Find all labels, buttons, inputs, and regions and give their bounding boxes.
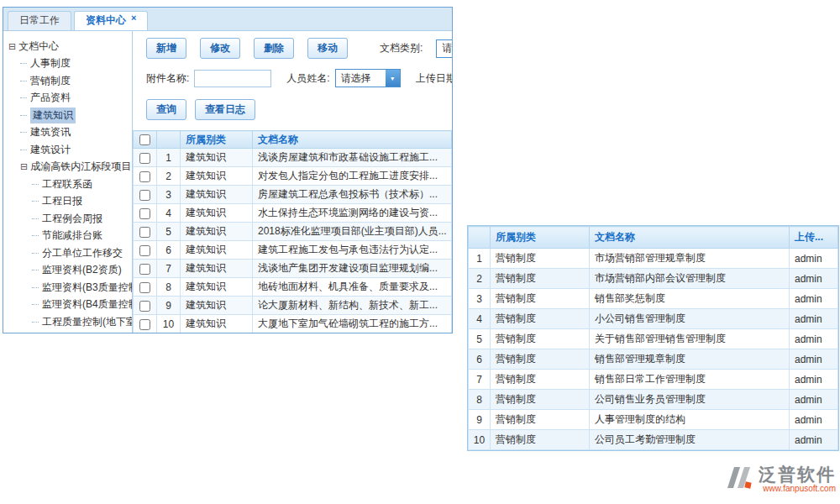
tree-item[interactable]: 产品资料 xyxy=(3,90,132,108)
tree-item[interactable]: 工程日报 xyxy=(3,193,132,211)
row-checkbox[interactable] xyxy=(139,190,150,201)
row-category: 建筑知识 xyxy=(181,278,253,297)
table-row[interactable]: 5 建筑知识 2018标准化监理项目部(业主项目部)人员... xyxy=(134,223,452,241)
row-doc-name: 销售部管理规章制度 xyxy=(590,349,790,370)
tree-item[interactable]: 监理资料(B3质量控制) xyxy=(3,279,132,297)
table-row[interactable]: 3 营销制度 销售部奖惩制度 admin xyxy=(469,289,838,309)
row-category: 建筑知识 xyxy=(181,149,253,167)
row-checkbox[interactable] xyxy=(139,227,150,238)
row-checkbox[interactable] xyxy=(139,282,150,293)
view-log-button[interactable]: 查看日志 xyxy=(195,99,255,120)
table-row[interactable]: 9 建筑知识 论大厦新材料、新结构、新技术、新工... xyxy=(134,297,452,315)
row-category: 营销制度 xyxy=(491,249,590,269)
row-checkbox-cell xyxy=(134,167,157,186)
tree-item[interactable]: 营销制度 xyxy=(3,72,132,90)
row-uploader: admin xyxy=(790,289,838,309)
table-row[interactable]: 4 营销制度 小公司销售管理制度 admin xyxy=(469,309,838,329)
person-name-select[interactable]: 请选择 ▼ xyxy=(335,69,401,87)
row-checkbox[interactable] xyxy=(139,319,150,330)
row-number: 9 xyxy=(157,297,181,315)
tree-item-label: 监理资料(B3质量控制) xyxy=(42,281,133,295)
table-row[interactable]: 6 营销制度 销售部管理规章制度 admin xyxy=(469,349,838,370)
tab-close-icon[interactable]: × xyxy=(131,13,136,23)
table-row[interactable]: 10 营销制度 公司员工考勤管理制度 admin xyxy=(469,430,838,450)
tree-item[interactable]: 分工单位工作移交 xyxy=(3,244,132,262)
table-row[interactable]: 8 建筑知识 地砖地面材料、机具准备、质量要求及... xyxy=(134,278,452,297)
row-doc-name: 销售部奖惩制度 xyxy=(590,289,790,309)
row-checkbox[interactable] xyxy=(139,171,150,182)
table-row[interactable]: 10 建筑知识 大厦地下室加气砼墙砌筑工程的施工方... xyxy=(134,315,452,333)
brand-url: www.fanpusoft.com xyxy=(759,484,836,494)
row-number: 4 xyxy=(157,204,181,223)
attachment-name-input[interactable] xyxy=(194,70,271,87)
table-row[interactable]: 1 建筑知识 浅谈房屋建筑和市政基础设施工程施工... xyxy=(134,149,452,167)
row-category: 建筑知识 xyxy=(181,297,253,315)
row-checkbox[interactable] xyxy=(139,208,150,219)
table-row[interactable]: 1 营销制度 市场营销部管理规章制度 admin xyxy=(469,249,838,269)
row-uploader: admin xyxy=(790,370,838,390)
table-row[interactable]: 4 建筑知识 水土保持生态环境监测网络的建设与资... xyxy=(134,204,452,223)
tree-expand-icon[interactable]: ⊟ xyxy=(8,41,16,52)
row-number: 2 xyxy=(469,269,491,289)
chevron-down-icon[interactable]: ▼ xyxy=(386,70,400,87)
doc-type-select[interactable]: 请选择 ▼ xyxy=(436,39,452,58)
row-number: 6 xyxy=(157,241,181,260)
table-row[interactable]: 8 营销制度 公司销售业务员管理制度 admin xyxy=(469,390,838,410)
table-row[interactable]: 2 建筑知识 对发包人指定分包的工程施工进度安排... xyxy=(134,167,452,186)
row-doc-name: 浅谈地产集团开发建设项目监理规划编... xyxy=(253,260,452,278)
tree-item-label: 节能减排台账 xyxy=(42,228,102,243)
row-checkbox[interactable] xyxy=(139,301,150,312)
row-category: 营销制度 xyxy=(491,370,590,390)
row-checkbox-cell xyxy=(134,149,157,167)
tree-item[interactable]: 建筑知识 xyxy=(3,107,132,124)
tree-item[interactable]: 工程联系函 xyxy=(3,176,132,193)
row-number: 1 xyxy=(469,249,491,269)
delete-button[interactable]: 删除 xyxy=(254,38,294,59)
brand-name: 泛普软件 xyxy=(759,465,836,484)
tree-item[interactable]: 监理资料(B2资质) xyxy=(3,262,132,280)
tree-expand-icon[interactable]: ⊟ xyxy=(20,161,28,172)
row-checkbox-cell xyxy=(134,241,157,260)
row-checkbox[interactable] xyxy=(139,153,150,164)
row-checkbox[interactable] xyxy=(139,245,150,256)
move-button[interactable]: 移动 xyxy=(307,38,348,59)
row-doc-name: 人事管理制度的结构 xyxy=(590,410,790,430)
tree-item[interactable]: 工程质量控制(地下室) xyxy=(3,313,132,331)
tree-item[interactable]: 建筑设计 xyxy=(3,141,132,159)
table-row[interactable]: 5 营销制度 关于销售部管理销售管理制度 admin xyxy=(469,329,838,349)
row-category: 建筑知识 xyxy=(181,223,253,241)
tree-item-label: 人事制度 xyxy=(30,56,71,71)
row-number-header xyxy=(469,227,491,249)
row-category: 建筑知识 xyxy=(181,167,253,186)
table-row[interactable]: 7 建筑知识 浅谈地产集团开发建设项目监理规划编... xyxy=(134,260,452,278)
tree-item-label: 营销制度 xyxy=(30,74,71,88)
table-row[interactable]: 7 营销制度 销售部日常工作管理制度 admin xyxy=(469,370,838,390)
tree-item[interactable]: 建筑资讯 xyxy=(3,124,132,142)
row-checkbox[interactable] xyxy=(139,264,150,275)
add-button[interactable]: 新增 xyxy=(146,38,186,59)
tree-item-label: 成渝高铁内江标段项目 xyxy=(30,160,131,174)
category-column-header: 所属别类 xyxy=(491,227,590,249)
modify-button[interactable]: 修改 xyxy=(200,38,240,59)
marketing-documents-panel: 所属别类 文档名称 上传... 1 营销制度 市场营销部管理规章制度 admin… xyxy=(467,225,839,451)
tree-item-label: 建筑资讯 xyxy=(30,125,71,139)
tree-item-label: 工程质量控制(地下室) xyxy=(42,315,133,329)
tree-item-label: 分工单位工作移交 xyxy=(42,246,123,260)
tree-item[interactable]: ⊟ 成渝高铁内江标段项目 xyxy=(3,159,132,176)
table-row[interactable]: 2 营销制度 市场营销部内部会议管理制度 admin xyxy=(469,269,838,289)
tree-item[interactable]: 工程例会周报 xyxy=(3,210,132,228)
tab-daily-work[interactable]: 日常工作 xyxy=(8,11,71,30)
tree-item[interactable]: 节能减排台账 xyxy=(3,228,132,245)
row-number: 10 xyxy=(157,315,181,333)
select-all-checkbox[interactable] xyxy=(139,134,150,145)
tab-data-center[interactable]: 资料中心 × xyxy=(74,11,148,30)
tree-item[interactable]: 人事制度 xyxy=(3,55,132,73)
table-row[interactable]: 3 建筑知识 房屋建筑工程总承包投标书（技术标）... xyxy=(134,186,452,204)
row-category: 营销制度 xyxy=(491,329,590,349)
documents-table-header-row: 所属别类 文档名称 xyxy=(134,131,452,149)
tree-item[interactable]: ⊟ 文档中心 xyxy=(3,38,132,55)
query-button[interactable]: 查询 xyxy=(146,99,186,120)
table-row[interactable]: 9 营销制度 人事管理制度的结构 admin xyxy=(469,410,838,430)
tree-item[interactable]: 监理资料(B4质量控制) xyxy=(3,297,132,314)
table-row[interactable]: 6 建筑知识 建筑工程施工发包与承包违法行为认定... xyxy=(134,241,452,260)
